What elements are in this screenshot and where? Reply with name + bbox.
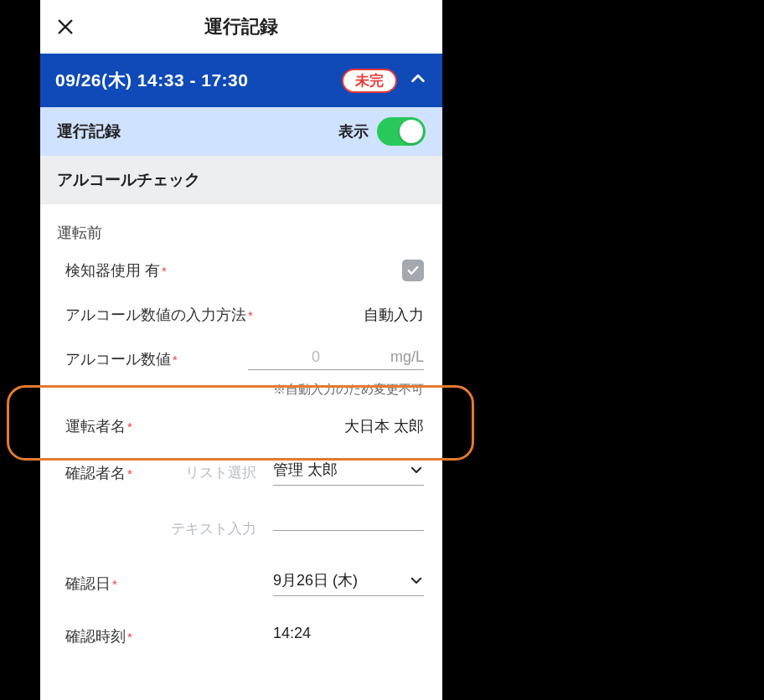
close-icon [56,18,75,36]
confirm-date-select[interactable]: 9月26日 (木) [273,570,424,596]
confirmer-placeholder: リスト選択 [185,463,256,482]
label-confirmer: 確認者名* [65,463,132,483]
row-driver-name: 運転者名* 大日本 太郎 [40,404,442,448]
app-frame: 運行記録 09/26(木) 14:33 - 17:30 未完 運行記録 表示 ア… [40,0,442,700]
text-input-field[interactable] [273,527,424,531]
toggle-state-label: 表示 [338,121,369,142]
text-input-placeholder: テキスト入力 [171,519,256,538]
date-bar[interactable]: 09/26(木) 14:33 - 17:30 未完 [40,54,442,107]
row-confirmer-name: 確認者名* リスト選択 管理 太郎 [40,448,442,497]
label-confirm-date: 確認日* [65,574,117,594]
alcohol-value: 0 [248,348,384,366]
value-input-method[interactable]: 自動入力 [364,305,424,325]
row-confirm-date: 確認日* 9月26日 (木) [40,550,442,608]
confirm-time-select[interactable]: 14:24 [273,625,424,647]
page-title: 運行記録 [204,14,278,39]
display-toggle[interactable] [377,117,426,146]
value-driver: 大日本 太郎 [344,416,424,436]
confirm-date-value: 9月26日 (木) [273,570,400,590]
alcohol-value-field: 0 mg/L [248,348,424,370]
chevron-down-icon [409,573,424,588]
label-driver: 運転者名* [65,416,132,436]
detector-checkbox[interactable] [402,260,424,281]
row-alcohol-value: アルコール数値* 0 mg/L [40,337,442,382]
row-confirm-time: 確認時刻* 14:24 [40,608,442,659]
chevron-down-icon [409,462,424,477]
row-input-method: アルコール数値の入力方法* 自動入力 [40,293,442,337]
toggle-section-label: 運行記録 [57,121,121,142]
status-badge: 未完 [342,69,397,93]
confirmer-value: 管理 太郎 [273,460,400,480]
alcohol-unit: mg/L [390,348,424,366]
date-text: 09/26(木) 14:33 - 17:30 [55,69,330,92]
label-alcohol-value: アルコール数値* [65,349,178,369]
label-confirm-time: 確認時刻* [65,626,132,646]
close-button[interactable] [54,15,77,39]
row-text-input: テキスト入力 [40,497,442,550]
row-detector-used: 検知器使用 有* [40,248,442,293]
chevron-up-icon [409,69,427,91]
confirmer-select[interactable]: 管理 太郎 [273,460,424,486]
check-icon [406,264,420,277]
section-alcohol-check: アルコールチェック [40,156,442,204]
label-input-method: アルコール数値の入力方法* [65,305,253,325]
alcohol-value-note: ※自動入力のため変更不可 [40,382,442,404]
header: 運行記録 [40,0,442,54]
phase-label: 運転前 [40,204,442,248]
label-detector: 検知器使用 有* [65,260,167,281]
confirm-time-value: 14:24 [273,625,424,642]
record-toggle-row: 運行記録 表示 [40,107,442,156]
